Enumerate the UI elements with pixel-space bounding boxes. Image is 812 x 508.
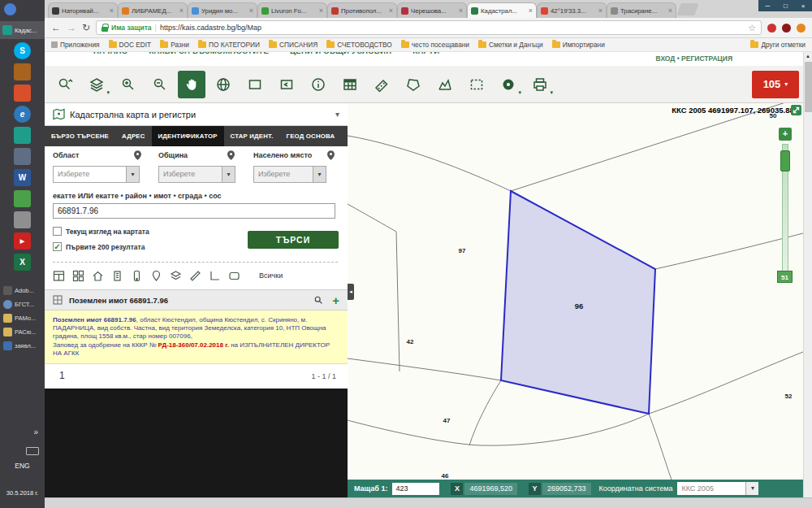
extension-icon-orange[interactable] — [797, 24, 806, 33]
extension-icon-red[interactable] — [767, 24, 776, 33]
page-scrollbar[interactable]: ▲ — [803, 52, 812, 497]
internet-explorer-icon[interactable] — [14, 106, 31, 123]
zoom-in-button[interactable] — [114, 71, 142, 98]
filter-home-icon[interactable] — [92, 270, 104, 282]
overview-globe-button[interactable] — [209, 71, 237, 98]
parcel-label-97[interactable]: 97 — [459, 247, 466, 254]
app-icon-gray[interactable] — [14, 211, 31, 228]
first-200-checkbox-row[interactable]: ✓ Първите 200 резултата — [53, 242, 145, 251]
result-detail-box[interactable]: Поземлен имот 66891.7.96, област Кюстенд… — [45, 310, 348, 364]
taskbar-expand-icon[interactable]: » — [33, 428, 38, 436]
page-number[interactable]: 1 — [59, 370, 65, 381]
taskbar-window-doc[interactable]: заявл... — [0, 341, 45, 350]
print-button[interactable]: ▾ — [526, 71, 554, 98]
add-result-icon[interactable]: + — [332, 293, 339, 307]
zoom-out-button[interactable] — [146, 71, 174, 98]
zoom-slider-handle[interactable] — [780, 150, 790, 172]
new-tab-button[interactable] — [677, 3, 699, 15]
filter-layers-icon[interactable] — [170, 270, 182, 282]
extension-icon-darkred[interactable] — [782, 24, 791, 33]
info-button[interactable] — [304, 71, 332, 98]
filter-region-icon[interactable] — [228, 270, 240, 282]
zoom-to-result-icon[interactable] — [313, 295, 324, 306]
browser-tab[interactable]: 42°19'33.3...× — [537, 2, 607, 18]
parcel-label-47[interactable]: 47 — [443, 417, 451, 424]
parcel-label-46[interactable]: 46 — [442, 472, 449, 480]
tab-address[interactable]: АДРЕС — [115, 126, 152, 146]
padlock-icon[interactable] — [102, 24, 108, 32]
attribute-table-button[interactable] — [336, 71, 364, 98]
minimize-button[interactable]: ─ — [765, 2, 770, 10]
previous-extent-button[interactable] — [273, 71, 300, 98]
filter-table-icon[interactable] — [53, 270, 65, 282]
tab-close-icon[interactable]: × — [389, 7, 393, 15]
app-icon-green[interactable] — [14, 190, 31, 207]
bookmark-folder[interactable]: Сметки и Данъци — [478, 41, 543, 49]
bookmark-folder[interactable]: ПО КАТЕГОРИИ — [198, 41, 260, 49]
bookmark-folder[interactable]: DOC EDIT — [109, 41, 152, 49]
scrollbar-thumb[interactable] — [805, 62, 812, 112]
current-view-checkbox-row[interactable]: Текущ изглед на картата — [53, 227, 149, 236]
media-player-icon[interactable] — [14, 232, 31, 250]
tab-close-icon[interactable]: × — [529, 7, 533, 15]
tab-close-icon[interactable]: × — [179, 7, 184, 15]
map-pin-icon[interactable] — [134, 150, 141, 160]
parcel-label-96[interactable]: 96 — [575, 302, 584, 310]
browser-tab[interactable]: Противопол...× — [327, 2, 397, 18]
other-bookmarks[interactable]: Други отметки — [750, 41, 806, 49]
notifications-counter-button[interactable]: 105 ▾ — [752, 71, 799, 98]
clock-date[interactable]: 30.5.2018 г. — [0, 489, 45, 497]
bookmark-folder[interactable]: Разни — [160, 41, 189, 49]
filter-device-icon[interactable] — [131, 270, 143, 282]
search-panel-toggle-button[interactable] — [51, 71, 79, 98]
browser-tab[interactable]: ЛИБРАМЕД...× — [118, 2, 188, 18]
crs-select[interactable]: ККС 2005 ▾ — [677, 482, 758, 495]
taskbar-app-icon[interactable] — [4, 3, 16, 15]
chevron-down-icon[interactable]: ▾ — [126, 167, 139, 182]
bookmark-folder[interactable]: СЧЕТОВОДСТВО — [326, 41, 392, 49]
language-indicator[interactable]: ENG — [0, 462, 45, 470]
filter-all-label[interactable]: Всички — [259, 271, 283, 280]
skype-icon[interactable] — [14, 42, 31, 59]
site-nav-link[interactable]: НАЧАЛО — [93, 52, 128, 55]
chevron-down-icon[interactable]: ▾ — [313, 167, 326, 182]
browser-tab[interactable]: Уридин мо...× — [188, 2, 257, 18]
checkbox-checked[interactable]: ✓ — [53, 242, 62, 251]
taskbar-active-window[interactable]: Кадас... — [0, 21, 45, 39]
bookmark-folder[interactable]: Импортирани — [552, 41, 605, 49]
map-viewport[interactable]: 97 96 42 47 52 46 50 ККС 2005 4691997.10… — [348, 103, 803, 497]
login-register-link[interactable]: ВХОД • РЕГИСТРАЦИЯ — [656, 54, 732, 63]
taskbar-window-folder2[interactable]: РАСю... — [0, 328, 45, 336]
browser-tab[interactable]: Livuron Fo...× — [257, 2, 327, 18]
app-icon-orange[interactable] — [14, 85, 31, 102]
excel-icon[interactable] — [14, 254, 31, 271]
filter-measure-icon[interactable] — [189, 270, 201, 282]
zoom-in-map-button[interactable]: + — [779, 128, 792, 141]
naseleno-select[interactable]: Изберете▾ — [253, 166, 326, 183]
forward-button[interactable]: → — [67, 22, 76, 33]
bookmark-folder[interactable]: СПИСАНИЯ — [269, 41, 317, 49]
keyboard-icon[interactable] — [26, 447, 39, 455]
tab-close-icon[interactable]: × — [459, 7, 463, 15]
url-field[interactable]: Има защита | https://kais.cadastre.bg/bg… — [96, 20, 762, 35]
tab-old-ident[interactable]: СТАР ИДЕНТ. — [224, 126, 280, 146]
result-header[interactable]: Поземлен имот 66891.7.96 + — [45, 289, 348, 310]
cadastral-map[interactable] — [348, 103, 803, 480]
tab-quick-search[interactable]: БЪРЗО ТЪРСЕНЕ — [45, 126, 115, 146]
browser-tab[interactable]: Черешова...× — [397, 2, 467, 18]
oblast-select[interactable]: Изберете▾ — [53, 166, 140, 183]
tab-close-icon[interactable]: × — [110, 7, 114, 15]
word-icon[interactable] — [14, 169, 31, 186]
parcel-label-52[interactable]: 52 — [785, 393, 793, 400]
site-nav-link[interactable]: КАКВИ СА ВЪЗМОЖНОСТИТЕ — [149, 52, 270, 55]
pan-button[interactable] — [178, 71, 205, 98]
bookmark-apps[interactable]: Приложения — [51, 41, 100, 49]
app-icon-teal[interactable] — [14, 127, 31, 144]
map-pin-icon[interactable] — [227, 150, 235, 160]
tab-identifier[interactable]: ИДЕНТИФИКАТОР — [152, 126, 224, 146]
profile-button[interactable] — [431, 71, 459, 98]
map-pin-icon[interactable] — [327, 150, 335, 160]
chevron-down-icon[interactable]: ▾ — [745, 482, 758, 495]
chevron-down-icon[interactable]: ▾ — [335, 110, 339, 119]
panel-collapse-handle[interactable]: ◂ — [348, 284, 354, 300]
